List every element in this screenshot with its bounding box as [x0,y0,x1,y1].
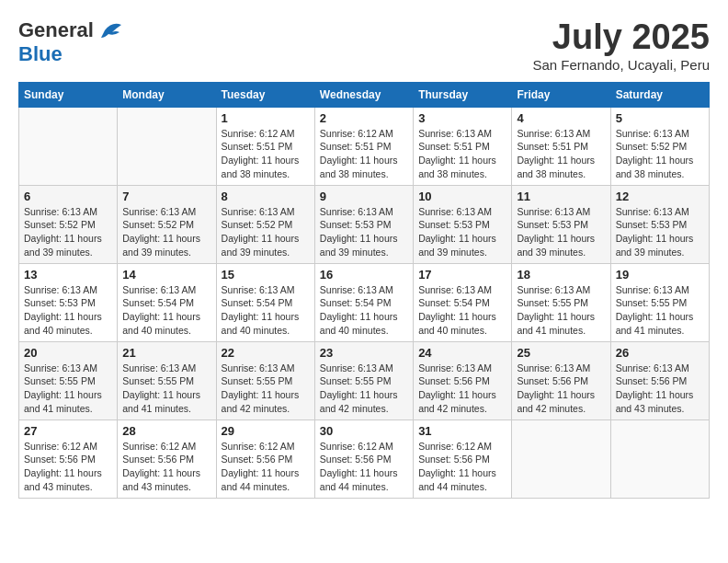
calendar-cell: 21Sunrise: 6:13 AM Sunset: 5:55 PM Dayli… [118,341,216,419]
page-header: General Blue July 2025 San Fernando, Uca… [18,18,710,73]
day-number: 25 [517,346,605,360]
day-info: Sunrise: 6:13 AM Sunset: 5:55 PM Dayligh… [122,362,210,416]
day-number: 6 [24,190,112,203]
day-info: Sunrise: 6:12 AM Sunset: 5:56 PM Dayligh… [418,440,506,494]
day-number: 8 [222,190,310,203]
logo-general-text: General [18,18,94,42]
logo-bird-icon [96,19,125,41]
calendar-cell: 23Sunrise: 6:13 AM Sunset: 5:55 PM Dayli… [314,341,413,419]
calendar-cell: 14Sunrise: 6:13 AM Sunset: 5:54 PM Dayli… [118,263,216,341]
calendar-cell: 22Sunrise: 6:13 AM Sunset: 5:55 PM Dayli… [216,341,314,419]
day-info: Sunrise: 6:12 AM Sunset: 5:56 PM Dayligh… [320,440,408,494]
calendar-cell: 29Sunrise: 6:12 AM Sunset: 5:56 PM Dayli… [216,419,314,498]
day-number: 24 [418,346,506,360]
day-number: 30 [320,424,408,438]
day-info: Sunrise: 6:13 AM Sunset: 5:56 PM Dayligh… [616,362,704,416]
day-number: 16 [320,268,408,282]
calendar-week-row: 1Sunrise: 6:12 AM Sunset: 5:51 PM Daylig… [19,107,710,185]
col-header-tuesday: Tuesday [216,82,314,107]
calendar-cell: 20Sunrise: 6:13 AM Sunset: 5:55 PM Dayli… [19,341,118,419]
calendar-week-row: 20Sunrise: 6:13 AM Sunset: 5:55 PM Dayli… [19,341,710,419]
calendar-cell: 3Sunrise: 6:13 AM Sunset: 5:51 PM Daylig… [414,107,512,185]
calendar-cell: 27Sunrise: 6:12 AM Sunset: 5:56 PM Dayli… [19,419,118,498]
calendar-cell: 8Sunrise: 6:13 AM Sunset: 5:52 PM Daylig… [216,185,314,263]
calendar-cell: 5Sunrise: 6:13 AM Sunset: 5:52 PM Daylig… [610,107,709,185]
calendar-cell [118,107,216,185]
day-number: 21 [122,346,210,360]
calendar-cell: 25Sunrise: 6:13 AM Sunset: 5:56 PM Dayli… [512,341,610,419]
day-info: Sunrise: 6:12 AM Sunset: 5:51 PM Dayligh… [222,127,310,181]
month-title: July 2025 [532,18,710,57]
day-info: Sunrise: 6:13 AM Sunset: 5:55 PM Dayligh… [517,283,605,338]
col-header-thursday: Thursday [414,82,512,107]
day-info: Sunrise: 6:13 AM Sunset: 5:53 PM Dayligh… [418,205,506,259]
calendar-cell: 6Sunrise: 6:13 AM Sunset: 5:52 PM Daylig… [19,185,118,263]
col-header-friday: Friday [512,82,610,107]
day-info: Sunrise: 6:13 AM Sunset: 5:51 PM Dayligh… [418,127,506,181]
day-number: 20 [24,346,112,360]
calendar-cell [512,419,610,498]
day-info: Sunrise: 6:13 AM Sunset: 5:52 PM Dayligh… [24,205,112,259]
day-info: Sunrise: 6:13 AM Sunset: 5:55 PM Dayligh… [320,362,408,416]
day-number: 27 [24,424,112,438]
day-info: Sunrise: 6:13 AM Sunset: 5:52 PM Dayligh… [222,205,310,259]
title-block: July 2025 San Fernando, Ucayali, Peru [532,18,710,73]
day-info: Sunrise: 6:13 AM Sunset: 5:53 PM Dayligh… [24,283,112,338]
day-info: Sunrise: 6:13 AM Sunset: 5:56 PM Dayligh… [418,362,506,416]
day-info: Sunrise: 6:13 AM Sunset: 5:53 PM Dayligh… [616,205,704,259]
day-number: 17 [418,268,506,282]
calendar-week-row: 13Sunrise: 6:13 AM Sunset: 5:53 PM Dayli… [19,263,710,341]
calendar-cell: 16Sunrise: 6:13 AM Sunset: 5:54 PM Dayli… [314,263,413,341]
day-info: Sunrise: 6:12 AM Sunset: 5:56 PM Dayligh… [222,440,310,494]
calendar-cell [610,419,709,498]
day-number: 1 [222,111,310,125]
day-number: 19 [616,268,704,282]
day-number: 23 [320,346,408,360]
calendar-cell: 26Sunrise: 6:13 AM Sunset: 5:56 PM Dayli… [610,341,709,419]
day-number: 5 [616,111,704,125]
calendar-cell: 19Sunrise: 6:13 AM Sunset: 5:55 PM Dayli… [610,263,709,341]
day-number: 28 [122,424,210,438]
day-number: 15 [222,268,310,282]
day-number: 11 [517,190,605,203]
calendar-cell: 24Sunrise: 6:13 AM Sunset: 5:56 PM Dayli… [414,341,512,419]
calendar-cell: 1Sunrise: 6:12 AM Sunset: 5:51 PM Daylig… [216,107,314,185]
calendar-cell: 15Sunrise: 6:13 AM Sunset: 5:54 PM Dayli… [216,263,314,341]
day-number: 14 [122,268,210,282]
calendar-cell: 10Sunrise: 6:13 AM Sunset: 5:53 PM Dayli… [414,185,512,263]
col-header-monday: Monday [118,82,216,107]
calendar-cell: 31Sunrise: 6:12 AM Sunset: 5:56 PM Dayli… [414,419,512,498]
day-info: Sunrise: 6:13 AM Sunset: 5:51 PM Dayligh… [517,127,605,181]
calendar-week-row: 6Sunrise: 6:13 AM Sunset: 5:52 PM Daylig… [19,185,710,263]
day-info: Sunrise: 6:13 AM Sunset: 5:54 PM Dayligh… [320,283,408,338]
day-number: 22 [222,346,310,360]
calendar-header-row: SundayMondayTuesdayWednesdayThursdayFrid… [19,82,710,107]
day-number: 13 [24,268,112,282]
calendar-cell: 18Sunrise: 6:13 AM Sunset: 5:55 PM Dayli… [512,263,610,341]
day-number: 2 [320,111,408,125]
day-number: 9 [320,190,408,203]
day-info: Sunrise: 6:13 AM Sunset: 5:55 PM Dayligh… [24,362,112,416]
day-number: 3 [418,111,506,125]
day-info: Sunrise: 6:13 AM Sunset: 5:55 PM Dayligh… [222,362,310,416]
day-number: 4 [517,111,605,125]
day-number: 31 [418,424,506,438]
col-header-wednesday: Wednesday [314,82,413,107]
logo: General Blue [18,18,125,66]
logo-blue-text: Blue [18,42,63,65]
calendar-cell: 2Sunrise: 6:12 AM Sunset: 5:51 PM Daylig… [314,107,413,185]
day-info: Sunrise: 6:13 AM Sunset: 5:56 PM Dayligh… [517,362,605,416]
day-info: Sunrise: 6:13 AM Sunset: 5:52 PM Dayligh… [616,127,704,181]
day-info: Sunrise: 6:13 AM Sunset: 5:53 PM Dayligh… [517,205,605,259]
calendar-cell: 4Sunrise: 6:13 AM Sunset: 5:51 PM Daylig… [512,107,610,185]
calendar-cell: 11Sunrise: 6:13 AM Sunset: 5:53 PM Dayli… [512,185,610,263]
day-number: 18 [517,268,605,282]
calendar-cell: 13Sunrise: 6:13 AM Sunset: 5:53 PM Dayli… [19,263,118,341]
day-number: 12 [616,190,704,203]
day-number: 10 [418,190,506,203]
calendar-table: SundayMondayTuesdayWednesdayThursdayFrid… [18,82,710,499]
col-header-sunday: Sunday [19,82,118,107]
day-info: Sunrise: 6:13 AM Sunset: 5:53 PM Dayligh… [320,205,408,259]
calendar-cell: 30Sunrise: 6:12 AM Sunset: 5:56 PM Dayli… [314,419,413,498]
calendar-cell: 9Sunrise: 6:13 AM Sunset: 5:53 PM Daylig… [314,185,413,263]
